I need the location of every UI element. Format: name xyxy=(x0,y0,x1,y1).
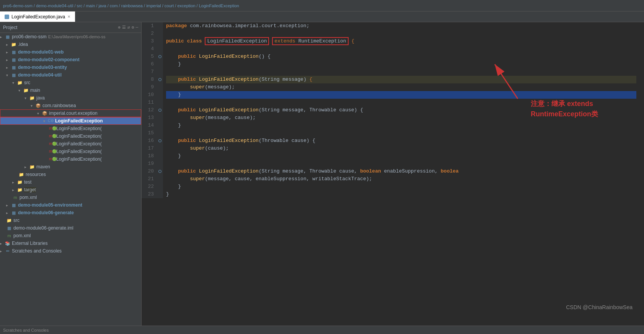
code-line-2 xyxy=(166,30,636,37)
sidebar-item-test[interactable]: ▸ 📁 test xyxy=(0,178,141,186)
method-icon: m🟢 xyxy=(49,149,55,154)
gutter-23 xyxy=(157,191,163,198)
arrow-icon: ▸ xyxy=(12,188,17,192)
gutter xyxy=(157,22,163,198)
arrow-icon: ▾ xyxy=(18,88,23,93)
arrow-icon: ▸ xyxy=(0,249,5,253)
line-num-3: 3 xyxy=(142,37,154,45)
svg-line-1 xyxy=(495,64,518,99)
sidebar-item-method1[interactable]: m🟢 LoginFailedException( xyxy=(0,125,141,132)
sidebar-item-method2[interactable]: m🟢 LoginFailedException( xyxy=(0,132,141,140)
filter-icon[interactable]: ☰ xyxy=(122,25,126,30)
line-num-20: 20 xyxy=(142,168,154,175)
item-label: demo-module04-util xyxy=(18,72,62,78)
folder-icon: 📁 xyxy=(17,80,23,85)
code-line-23: } xyxy=(166,191,636,198)
sidebar-item-loginFailedException-class[interactable]: ▾ C⚙ LoginFailedException xyxy=(0,117,141,125)
item-label: pom.xml xyxy=(13,233,31,238)
sidebar-item-scratches[interactable]: ▸ ✏ Scratches and Consoles xyxy=(0,247,141,255)
sidebar-item-target[interactable]: ▸ 📁 target xyxy=(0,186,141,194)
folder-icon: 📁 xyxy=(23,88,29,93)
folder-icon: 📁 xyxy=(6,218,12,223)
sidebar-item-src[interactable]: ▾ 📁 src xyxy=(0,79,141,86)
sync-icon[interactable]: ⊕ xyxy=(118,25,121,30)
item-label: LoginFailedException( xyxy=(56,126,102,131)
gutter-12 xyxy=(157,106,163,114)
arrow-icon: ▾ xyxy=(6,73,11,77)
gutter-17 xyxy=(157,145,163,152)
code-line-15 xyxy=(166,129,636,137)
sidebar-item-pom2[interactable]: m pom.xml xyxy=(0,232,141,240)
tree-list: ▸ ▦ pro06-demo-ssm E:\Java\Maven\pro06-d… xyxy=(0,33,141,255)
collapse-icon[interactable]: ⇄ xyxy=(127,25,130,30)
scratches-icon: ✏ xyxy=(5,249,11,253)
gutter-6 xyxy=(157,60,163,68)
sidebar-item-method4[interactable]: m🟢 LoginFailedException( xyxy=(0,148,141,155)
main-content: Project ⊕ ☰ ⇄ ⚙ — ▸ ▦ pro06-demo-ssm E:\… xyxy=(0,22,644,326)
sidebar-item-module04[interactable]: ▾ ▦ demo-module04-util xyxy=(0,71,141,79)
line-num-8: 8 xyxy=(142,76,154,83)
sidebar-item-idea[interactable]: ▸ 📁 .idea xyxy=(0,41,141,48)
arrow-icon: ▸ xyxy=(6,203,11,207)
item-label: demo-module06-generate xyxy=(18,210,74,215)
method-icon: m🟢 xyxy=(49,126,55,131)
gutter-1 xyxy=(157,22,163,30)
sidebar-item-method3[interactable]: m🟢 LoginFailedException( xyxy=(0,140,141,148)
sidebar-item-module05[interactable]: ▸ ▦ demo-module05-environment xyxy=(0,201,141,209)
line-num-9: 9 xyxy=(142,83,154,91)
item-label: src xyxy=(13,218,20,223)
method-icon: m🟢 xyxy=(49,134,55,138)
gutter-8 xyxy=(157,76,163,83)
item-label: LoginFailedException( xyxy=(56,156,102,162)
sidebar-item-module01[interactable]: ▸ ▦ demo-module01-web xyxy=(0,48,141,56)
code-editor[interactable]: 1 2 3 4 5 6 7 8 9 10 11 12 13 14 15 16 1 xyxy=(142,22,644,326)
sidebar-item-external-libraries[interactable]: ▸ 📚 External Libraries xyxy=(0,240,141,247)
gutter-13 xyxy=(157,114,163,122)
sidebar-item-src2[interactable]: 📁 src xyxy=(0,217,141,224)
gutter-16 xyxy=(157,137,163,145)
module-icon: ▦ xyxy=(5,34,11,39)
tab-close-button[interactable]: ✕ xyxy=(67,15,70,19)
folder-icon: 📁 xyxy=(17,187,23,192)
line-num-21: 21 xyxy=(142,175,154,183)
sidebar-item-resources[interactable]: 📁 resources xyxy=(0,171,141,178)
code-line-9: super(message); xyxy=(166,83,636,91)
sidebar-item-module03[interactable]: ▸ ▦ demo-module03-entity xyxy=(0,64,141,71)
sidebar-item-module06[interactable]: ▸ ▦ demo-module06-generate xyxy=(0,209,141,217)
settings-icon[interactable]: ⚙ xyxy=(132,25,134,30)
sidebar-item-iml[interactable]: ▦ demo-module06-generate.iml xyxy=(0,224,141,232)
gutter-7 xyxy=(157,68,163,76)
module-icon: ▦ xyxy=(11,210,17,215)
line-num-18: 18 xyxy=(142,152,154,160)
minimize-icon[interactable]: — xyxy=(135,25,138,30)
line-num-15: 15 xyxy=(142,129,154,137)
tab-loginFailedException[interactable]: LoginFailedException.java ✕ xyxy=(0,11,75,22)
sidebar-item-maven[interactable]: ▸ 📁 maven xyxy=(0,163,141,171)
sidebar-item-main[interactable]: ▾ 📁 main xyxy=(0,86,141,94)
iml-icon: ▦ xyxy=(6,226,12,230)
code-line-4 xyxy=(166,45,636,53)
item-label: LoginFailedException xyxy=(55,118,103,124)
breadcrumb: pro6-demo-ssm / demo-module04-util / src… xyxy=(3,3,239,8)
gutter-9 xyxy=(157,83,163,91)
arrow-icon: ▸ xyxy=(24,165,29,169)
module-icon: ▦ xyxy=(11,73,17,77)
sidebar-item-method5[interactable]: m🟢 LoginFailedException( xyxy=(0,155,141,163)
sidebar-item-module02[interactable]: ▸ ▦ demo-module02-component xyxy=(0,56,141,64)
code-line-3: public class LoginFailedException extend… xyxy=(166,37,636,45)
package-icon: 📦 xyxy=(42,111,48,116)
gutter-10 xyxy=(157,91,163,99)
item-label: main xyxy=(30,88,40,93)
sidebar-item-pom[interactable]: m pom.xml xyxy=(0,194,141,201)
status-bar: Scratches and Consoles xyxy=(0,326,644,334)
sidebar-item-java[interactable]: ▾ 📁 java xyxy=(0,94,141,102)
arrow-icon: ▾ xyxy=(12,81,17,85)
sidebar-item-com-rainbowsea[interactable]: ▾ 📦 com.rainbowsea xyxy=(0,102,141,109)
java-file-icon xyxy=(5,15,9,19)
sidebar-item-imperial-court-exception[interactable]: ▾ 📦 imperial.court.exception xyxy=(0,109,141,117)
sidebar-item-pro06-demo-ssm[interactable]: ▸ ▦ pro06-demo-ssm E:\Java\Maven\pro06-d… xyxy=(0,33,141,41)
watermark: CSDN @ChinaRainbowSea xyxy=(566,304,633,310)
module-icon: ▦ xyxy=(11,65,17,70)
item-label: .idea xyxy=(18,42,28,47)
item-label: pom.xml xyxy=(20,195,37,200)
